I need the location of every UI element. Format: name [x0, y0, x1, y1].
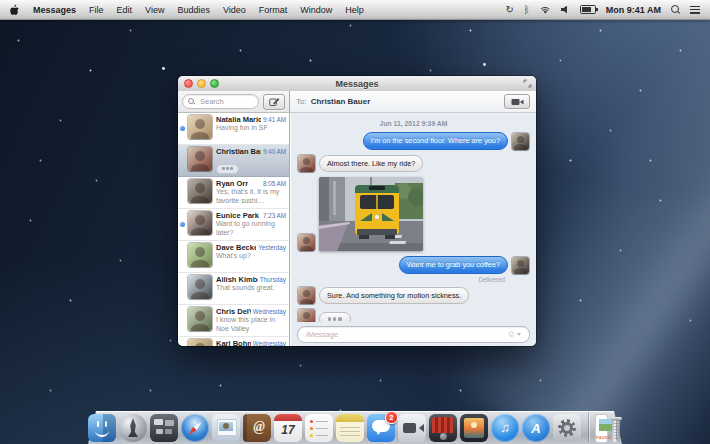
eagle-icon [223, 423, 229, 429]
message-preview: That sounds great. [216, 284, 286, 293]
message-bubble-outgoing[interactable]: Want me to grab you coffee? [399, 256, 508, 274]
curtain-icon [432, 417, 454, 433]
dock-icon-launchpad[interactable] [119, 414, 147, 442]
dock-icon-itunes[interactable]: ♫ [491, 414, 519, 442]
time-machine-icon[interactable]: ↻ [505, 4, 513, 16]
menu-format[interactable]: Format [259, 5, 288, 15]
imessage-field[interactable]: ☺ [297, 326, 530, 343]
message-time: 9:41 AM [261, 116, 286, 123]
contact-name: Ryan Orr [216, 179, 248, 188]
conversation-chris-delvilla[interactable]: Chris DelVilla…Wednesday I know this pla… [178, 305, 289, 337]
messages-window: Messages To: Christian Bauer [178, 76, 536, 346]
battery-icon[interactable] [580, 5, 596, 14]
message-row-outgoing: Want me to grab you coffee? [298, 256, 529, 274]
dock-icon-messages[interactable]: 2 [367, 414, 395, 442]
contact-name: Natalia Maric [216, 115, 261, 124]
bluetooth-icon[interactable]: ᛒ [524, 4, 530, 16]
compose-button[interactable] [263, 94, 285, 110]
menu-clock[interactable]: Mon 9:41 AM [606, 5, 661, 15]
rocket-icon [128, 418, 138, 437]
dock-icon-calendar[interactable]: 17 [274, 414, 302, 442]
window-titlebar[interactable]: Messages [178, 76, 536, 92]
chat-pane: Jun 11, 2012 9:39 AM I'm on the second f… [291, 113, 536, 346]
dock-icon-iphoto[interactable] [460, 414, 488, 442]
sidebar-header [178, 91, 290, 113]
contact-avatar [298, 234, 315, 251]
message-row-outgoing: I'm on the second floor. Where are you? [298, 132, 529, 150]
imessage-input[interactable] [304, 329, 507, 340]
menu-edit[interactable]: Edit [117, 5, 133, 15]
search-input[interactable] [198, 96, 253, 107]
dock-icon-notes[interactable] [336, 414, 364, 442]
avatar [188, 275, 212, 299]
wifi-icon[interactable] [540, 6, 551, 14]
contact-name: Ailish Kimber [216, 275, 258, 284]
search-field[interactable] [182, 94, 259, 109]
dock-icon-reminders[interactable] [305, 414, 333, 442]
dock-icon-contacts[interactable]: @ [243, 414, 271, 442]
contact-name: Karl Bohn [216, 339, 251, 346]
conversation-christian-bauer[interactable]: Christian Bauer9:40 AM [178, 145, 289, 177]
menu-buddies[interactable]: Buddies [177, 5, 210, 15]
dock-icon-trash[interactable] [610, 415, 622, 442]
message-row-incoming: Almost there. Like my ride? [298, 155, 529, 173]
message-time: 8:05 AM [261, 180, 286, 187]
conversation-karl-bohn[interactable]: Karl BohnWednesday [178, 337, 289, 346]
dock-icon-mail[interactable] [212, 414, 240, 442]
contact-avatar [298, 309, 315, 322]
menu-app-name[interactable]: Messages [33, 5, 76, 15]
message-bubble-incoming[interactable]: Sure. And something for motion sickness. [319, 287, 469, 305]
conversation-ailish-kimber[interactable]: Ailish KimberThursday That sounds great. [178, 273, 289, 305]
dock-separator [588, 412, 589, 442]
dock-icon-photo-booth[interactable] [429, 414, 457, 442]
dock-icon-system-preferences[interactable] [553, 414, 581, 442]
unread-dot [180, 222, 185, 227]
contact-avatar [298, 287, 315, 304]
video-call-button[interactable] [504, 94, 530, 109]
dock-icon-app-store[interactable]: A [522, 414, 550, 442]
menu-help[interactable]: Help [345, 5, 364, 15]
my-avatar [512, 133, 529, 150]
contact-name: Dave Becker [216, 243, 256, 252]
recipient-name[interactable]: Christian Bauer [311, 97, 371, 106]
message-time: 7:23 AM [261, 212, 286, 219]
message-row-photo [298, 177, 529, 251]
smiley-icon[interactable]: ☺ [507, 330, 516, 339]
conversation-eunice-park[interactable]: Eunice Park7:23 AM Want to go running la… [178, 209, 289, 241]
conversation-ryan-orr[interactable]: Ryan Orr8:05 AM Yes, that's it. It is my… [178, 177, 289, 209]
dock: @ 17 2 ♫ A PAGES [88, 411, 622, 444]
message-preview: Having fun in SF [216, 124, 286, 133]
menu-video[interactable]: Video [223, 5, 246, 15]
photo-message-streetcar[interactable] [319, 177, 423, 251]
message-bubble-outgoing[interactable]: I'm on the second floor. Where are you? [363, 132, 508, 150]
notification-center-icon[interactable] [690, 6, 700, 14]
resize-handle-icon[interactable] [523, 79, 532, 88]
video-camera-icon [511, 98, 524, 106]
conversation-list: Natalia Maric9:41 AM Having fun in SF Ch… [178, 113, 290, 346]
avatar [188, 211, 212, 235]
conversation-dave-becker[interactable]: Dave BeckerYesterday What's up? [178, 241, 289, 273]
dock-icon-finder[interactable] [88, 414, 116, 442]
dock-icon-facetime[interactable] [398, 414, 426, 442]
dock-icon-safari[interactable] [181, 414, 209, 442]
message-time: Wednesday [251, 308, 286, 315]
message-preview: I know this place in Noe Valley [216, 316, 286, 333]
avatar [188, 115, 212, 139]
message-bubble-incoming[interactable]: Almost there. Like my ride? [319, 155, 423, 173]
volume-icon[interactable] [561, 4, 570, 16]
dock-icon-mission-control[interactable] [150, 414, 178, 442]
gear-icon [558, 419, 576, 437]
unread-dot [180, 126, 185, 131]
conversation-natalia-maric[interactable]: Natalia Maric9:41 AM Having fun in SF [178, 113, 289, 145]
sunset-photo-icon [464, 418, 484, 438]
dock-icon-pages-document[interactable]: PAGES [596, 415, 607, 442]
menu-window[interactable]: Window [300, 5, 332, 15]
typing-indicator [216, 164, 239, 174]
chat-header: To: Christian Bauer [290, 91, 536, 113]
message-time: Thursday [258, 276, 286, 283]
spotlight-icon[interactable] [671, 5, 680, 15]
menu-file[interactable]: File [89, 5, 104, 15]
menu-view[interactable]: View [145, 5, 164, 15]
apple-menu-icon[interactable] [10, 4, 20, 16]
message-preview: Want to go running later? [216, 220, 286, 237]
